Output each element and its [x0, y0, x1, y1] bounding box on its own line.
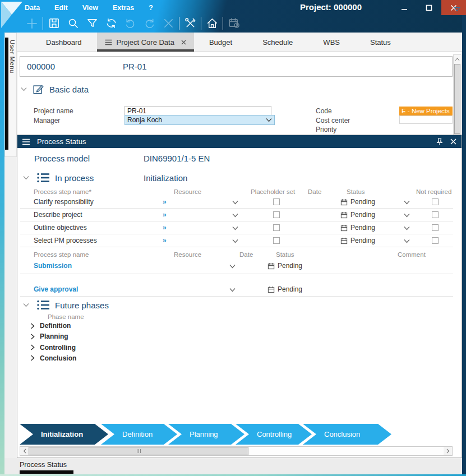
resource-chevron-icon[interactable] [232, 239, 238, 243]
calendar-icon[interactable] [340, 224, 348, 232]
resource-chevron-icon[interactable] [232, 213, 238, 218]
future-phase-row[interactable]: Definition [30, 322, 71, 330]
in-process-section-header: In process [23, 172, 94, 183]
tab-dashboard[interactable]: Dashboard [31, 33, 97, 52]
future-phase-row[interactable]: Planning [30, 332, 68, 340]
tab-overflow-icon[interactable] [453, 6, 461, 13]
chevron-down-icon[interactable] [229, 288, 236, 292]
tab-schedule[interactable]: Schedule [247, 33, 308, 52]
phase-chevron-conclusion[interactable]: Conclusion [303, 424, 391, 445]
calendar-icon[interactable] [340, 237, 348, 244]
phase-chevron-planning[interactable]: Planning [168, 424, 244, 445]
pin-icon[interactable] [436, 138, 443, 146]
expand-arrow-icon[interactable] [30, 355, 35, 361]
bottom-tab-process-status[interactable]: Process Status [20, 461, 67, 469]
phase-chevron-label: Conclusion [324, 430, 360, 438]
minimize-button[interactable] [392, 0, 417, 15]
status-value: Pending [350, 224, 375, 232]
manager-select[interactable]: Ronja Koch [124, 115, 275, 125]
status-field[interactable]: Pending [340, 224, 375, 232]
scroll-right-arrow[interactable] [444, 447, 452, 455]
collapse-chevron-icon[interactable] [23, 175, 29, 180]
save-button[interactable] [44, 15, 63, 32]
project-name-input[interactable] [124, 106, 271, 115]
maximize-button[interactable] [417, 0, 441, 15]
search-button[interactable] [63, 15, 82, 32]
filter-button[interactable] [82, 15, 101, 32]
redo-button [140, 15, 159, 32]
status-chevron-icon[interactable] [404, 213, 410, 218]
future-phase-row[interactable]: Controlling [30, 344, 76, 352]
placeholder-set-checkbox[interactable] [273, 237, 280, 244]
phase-chevron-label: Controlling [257, 430, 292, 438]
not-required-checkbox[interactable] [432, 237, 439, 244]
vertical-scrollbar[interactable] [453, 54, 462, 135]
calendar-icon[interactable] [340, 198, 348, 206]
not-required-checkbox[interactable] [432, 224, 439, 231]
tab-hamburger-icon[interactable] [105, 39, 112, 45]
calendar-icon[interactable] [267, 262, 275, 270]
expand-arrow-icon[interactable] [30, 334, 35, 340]
cost-center-input[interactable] [399, 115, 453, 124]
user-menu-tab[interactable]: User Menu [4, 33, 17, 157]
placeholder-set-checkbox[interactable] [273, 224, 280, 231]
hamburger-icon[interactable] [22, 138, 30, 145]
calendar-icon[interactable] [340, 211, 348, 219]
vertical-scroll-thumb[interactable] [454, 64, 460, 134]
panel-close-icon[interactable] [450, 138, 456, 145]
phase-chevron-controlling[interactable]: Controlling [236, 424, 312, 445]
menu-item-help[interactable]: ? [149, 4, 153, 12]
scroll-left-arrow[interactable] [20, 447, 29, 455]
menu-item-data[interactable]: Data [25, 4, 40, 12]
collapse-chevron-icon[interactable] [23, 303, 29, 307]
resource-link[interactable]: » [163, 211, 167, 219]
status-field[interactable]: Pending [340, 198, 375, 206]
status-chevron-icon[interactable] [404, 226, 410, 230]
chevron-down-icon[interactable] [229, 264, 236, 269]
phase-name-column-header: Phase name [48, 313, 84, 320]
milestone-link[interactable]: Submission [34, 262, 72, 270]
not-required-checkbox[interactable] [432, 198, 439, 205]
placeholder-set-checkbox[interactable] [273, 198, 280, 205]
scroll-up-arrow[interactable] [454, 55, 461, 63]
resource-chevron-icon[interactable] [232, 200, 238, 205]
tab-budget[interactable]: Budget [194, 33, 247, 52]
milestone-link[interactable]: Give approval [34, 285, 78, 293]
bottom-tab-active-indicator [20, 470, 73, 474]
status-chevron-icon[interactable] [404, 239, 410, 243]
status-chevron-icon[interactable] [404, 200, 410, 205]
status-field[interactable]: Pending [267, 262, 302, 270]
resource-link[interactable]: » [163, 224, 167, 232]
expand-arrow-icon[interactable] [30, 323, 35, 329]
resource-chevron-icon[interactable] [232, 226, 238, 230]
add-icon [25, 16, 39, 31]
status-field[interactable]: Pending [340, 237, 375, 244]
menu-item-view[interactable]: View [82, 4, 98, 12]
home-button[interactable] [202, 15, 222, 32]
tab-close-icon[interactable] [181, 40, 186, 45]
horizontal-scroll-thumb[interactable] [29, 447, 248, 455]
column-header: Status [347, 188, 365, 195]
expand-arrow-icon[interactable] [30, 344, 35, 350]
calendar-icon[interactable] [267, 286, 275, 293]
code-value-badge[interactable]: E - New Projects [399, 107, 453, 115]
horizontal-scrollbar[interactable] [20, 446, 453, 456]
menu-item-extras[interactable]: Extras [113, 4, 134, 12]
not-required-checkbox[interactable] [432, 211, 439, 218]
tab-project-core-data[interactable]: Project Core Data [97, 33, 194, 52]
resource-link[interactable]: » [163, 237, 167, 244]
status-field[interactable]: Pending [267, 285, 302, 293]
tab-status[interactable]: Status [355, 33, 406, 52]
tools-button[interactable] [181, 15, 200, 32]
future-phase-row[interactable]: Conclusion [30, 354, 76, 362]
menu-item-edit[interactable]: Edit [54, 4, 68, 12]
refresh-button[interactable] [101, 15, 121, 32]
collapse-chevron-icon[interactable] [21, 87, 27, 91]
panel-header[interactable]: Process Status [17, 135, 462, 148]
tab-wbs[interactable]: WBS [308, 33, 355, 52]
placeholder-set-checkbox[interactable] [273, 211, 280, 218]
resource-link[interactable]: » [163, 198, 167, 206]
status-field[interactable]: Pending [340, 211, 375, 219]
phase-chevron-definition[interactable]: Definition [101, 424, 177, 445]
phase-chevron-initialization[interactable]: Initialization [20, 424, 108, 445]
